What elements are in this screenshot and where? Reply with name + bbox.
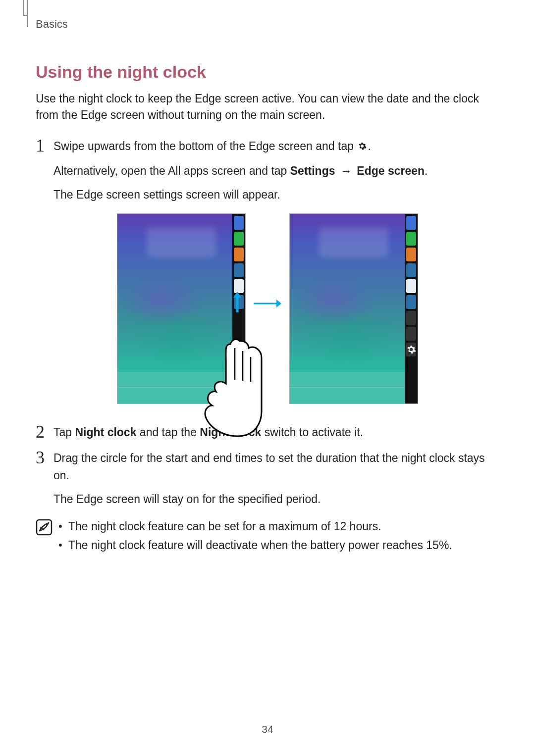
note-item: The night clock feature will deactivate … [55,537,452,554]
arrow-right-icon: → [340,164,352,177]
star-icon [406,216,416,230]
camera-icon [234,295,244,309]
clock-widget-blur [319,228,388,257]
camera-icon [406,295,416,309]
step-3-line-1: Drag the circle for the start and end ti… [54,450,499,484]
step-3-line-2: The Edge screen will stay on for the spe… [54,491,499,508]
note-item: The night clock feature can be set for a… [55,518,452,535]
step-3: 3 Drag the circle for the start and end … [36,450,499,508]
clock-widget-blur [147,228,216,257]
step-1-line-1: Swipe upwards from the bottom of the Edg… [54,138,428,155]
transition-arrow-icon [253,298,282,309]
tab-decoration [27,0,28,27]
settings-label: Settings [290,164,335,177]
note-block: The night clock feature can be set for a… [36,518,499,556]
step-1-line-3: The Edge screen settings screen will app… [54,186,428,203]
contact-icon [406,248,416,261]
note-icon [36,519,55,538]
browser-icon [406,279,416,293]
step-2: 2 Tap Night clock and tap the Night cloc… [36,424,499,441]
chapter-label: Basics [36,18,68,31]
ruler-icon [406,311,416,325]
gear-icon [358,138,367,155]
wallpaper-swirl [295,273,394,362]
dock-bar [290,372,405,403]
browser-icon [234,279,244,293]
swipe-area [234,311,244,347]
text: switch to activate it. [261,426,363,439]
step-2-text: Tap Night clock and tap the Night clock … [54,424,363,441]
grid-icon [406,327,416,341]
phone-icon [234,232,244,246]
tab-decoration [23,15,27,16]
dock-bar [117,372,232,403]
edge-panel [405,214,418,403]
step-number: 3 [36,449,54,466]
wallpaper-swirl [122,273,221,362]
svg-rect-1 [37,520,52,535]
tab-decoration [23,0,24,15]
night-clock-label: Night clock [200,426,261,439]
text: and tap the [136,426,200,439]
instruction-figure [36,213,499,404]
step-1-line-2: Alternatively, open the All apps screen … [54,162,428,180]
mail-icon [234,263,244,277]
step-number: 1 [36,137,54,154]
phone-screenshot-after [289,213,418,404]
page-number: 34 [0,723,535,735]
text: Tap [54,426,75,439]
text: Swipe upwards from the bottom of the Edg… [54,140,357,152]
night-clock-label: Night clock [75,426,136,439]
edge-screen-label: Edge screen [357,164,425,177]
phone-screenshot-before [117,213,246,404]
chapter-tab: Basics [36,19,499,32]
settings-gear-icon [406,343,416,356]
text: . [368,140,371,152]
text: . [425,164,428,177]
step-1: 1 Swipe upwards from the bottom of the E… [36,138,499,203]
edge-panel [232,214,245,403]
section-heading: Using the night clock [36,62,499,82]
phone-icon [406,232,416,246]
star-icon [234,216,244,230]
edge-handle [234,349,244,362]
mail-icon [406,263,416,277]
text: Alternatively, open the All apps screen … [54,164,290,177]
contact-icon [234,248,244,261]
intro-paragraph: Use the night clock to keep the Edge scr… [36,91,499,124]
step-number: 2 [36,423,54,441]
